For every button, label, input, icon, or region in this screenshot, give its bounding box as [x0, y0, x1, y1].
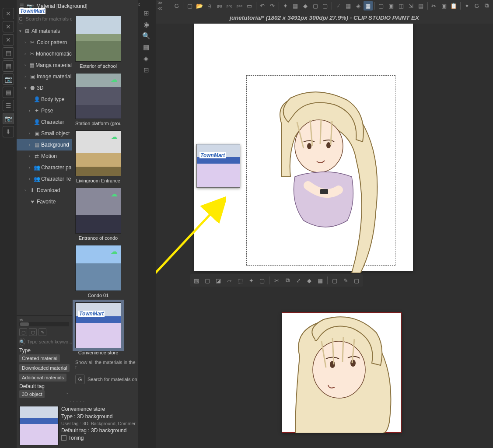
keyword-search-input[interactable] — [27, 339, 72, 344]
tree-pose[interactable]: ›✦Pose — [17, 105, 72, 116]
sel-tool-cut[interactable]: ✂ — [272, 276, 281, 285]
tool-win2[interactable]: ▣ — [387, 1, 396, 10]
tool-last[interactable]: ⧉ — [482, 1, 491, 10]
filter-icon-3[interactable]: ✎ — [38, 328, 46, 336]
tree-character[interactable]: 👤Character — [17, 116, 72, 128]
tree-all-materials[interactable]: ▾⊞All materials — [17, 25, 72, 37]
strip-icon-5[interactable]: ▦ — [3, 60, 14, 72]
sel-tool-scale[interactable]: ⤢ — [294, 276, 303, 285]
sel-tool-frame[interactable]: ▢ — [352, 276, 361, 285]
chip-additional-materials[interactable]: Additional materials — [19, 374, 66, 382]
tool-psd[interactable]: psd — [235, 1, 244, 10]
tool-jpg[interactable]: jpg — [215, 1, 224, 10]
material-card-condo-entrance[interactable]: ☁ Entrance of condo — [75, 188, 121, 241]
tree-character-te[interactable]: ›👥Character Te — [17, 173, 72, 185]
tool-snap2[interactable]: ▦ — [344, 1, 353, 10]
sel-tool-fill[interactable]: ◆ — [304, 276, 314, 285]
tree-background[interactable]: ›▤Background — [17, 139, 72, 150]
sel-tool-6[interactable]: ✦ — [246, 276, 256, 285]
tool-book[interactable]: ▭ — [245, 1, 254, 10]
strip-icon-7[interactable]: ▤ — [3, 87, 14, 98]
side-tab-1[interactable]: ⊞ — [141, 8, 151, 18]
sel-tool-7[interactable]: ▢ — [257, 276, 267, 285]
side-tab-5[interactable]: ◈ — [141, 53, 151, 64]
strip-icon-2[interactable]: ✕ — [3, 21, 14, 32]
toning-checkbox[interactable]: Toning — [61, 435, 136, 441]
strip-icon-3[interactable]: ✕ — [3, 34, 14, 46]
tree-character-pa[interactable]: ›👥Character pa — [17, 162, 72, 173]
side-tab-6[interactable]: ⊟ — [141, 65, 151, 75]
material-card-convenience-store[interactable]: Convenience store — [75, 302, 121, 355]
sel-tool-4[interactable]: ▱ — [224, 276, 234, 285]
tree-scrollbar[interactable] — [19, 322, 69, 326]
side-tab-3[interactable]: 🔍 — [141, 31, 151, 41]
tree-motion[interactable]: ›⇄Motion — [17, 150, 72, 162]
strip-icon-4[interactable]: ▤ — [3, 47, 14, 59]
tree-monochromatic[interactable]: ›✂Monochromatic — [17, 48, 72, 60]
tool-snap4[interactable]: ▦ — [364, 1, 373, 10]
tool-copy[interactable]: ▣ — [439, 1, 448, 10]
tool-new[interactable]: ▢ — [185, 1, 194, 10]
sel-tool-tone[interactable]: ▦ — [315, 276, 325, 285]
sel-tool-1[interactable]: ▧ — [192, 276, 201, 285]
tree-image-material[interactable]: ›▣Image material — [17, 71, 72, 82]
tool-scale[interactable]: ▢ — [311, 1, 320, 10]
material-card-station[interactable]: ☁ Station platform (ground le — [75, 73, 121, 126]
keyword-search-icon[interactable]: 🔍 — [19, 338, 25, 346]
resize-handle[interactable]: • • • • • — [17, 400, 138, 403]
tool-fx[interactable]: ✦ — [462, 1, 472, 10]
tree-manga-material[interactable]: ›▦Manga material — [17, 60, 72, 71]
side-tab-2[interactable]: ◉ — [141, 19, 151, 30]
sel-tool-copy[interactable]: ⧉ — [283, 276, 292, 285]
dragged-material-preview[interactable] — [196, 144, 240, 188]
tool-snap3[interactable]: ◈ — [353, 1, 363, 10]
filter-icon-2[interactable]: ▢ — [29, 328, 37, 336]
tree-download[interactable]: ›⬇Download — [17, 185, 72, 196]
chevron-down-icon[interactable]: ⌄ — [66, 390, 69, 398]
tool-print[interactable]: 🖨 — [205, 1, 214, 10]
filter-icon-1[interactable]: ▢ — [19, 328, 27, 336]
material-card-condo[interactable]: ☁ Condo 01 — [75, 245, 121, 298]
assets-search-button[interactable]: G — [18, 14, 23, 24]
tool-cut[interactable]: ✂ — [430, 1, 439, 10]
strip-icon-8[interactable]: ☰ — [3, 100, 14, 111]
strip-icon-6[interactable]: 📷 — [3, 74, 14, 85]
tool-win5[interactable]: ▤ — [416, 1, 426, 10]
tree-favorite[interactable]: ♥Favorite — [17, 196, 72, 207]
tool-png[interactable]: png — [225, 1, 234, 10]
chip-created-material[interactable]: Created material — [19, 354, 60, 362]
tool-bucket[interactable]: ◆ — [301, 1, 310, 10]
sel-tool-pen[interactable]: ✎ — [341, 276, 350, 285]
sel-tool-new[interactable]: ▢ — [330, 276, 339, 285]
chip-3d-object[interactable]: 3D object — [19, 390, 45, 398]
tree-color-pattern[interactable]: ›✂Color pattern — [17, 37, 72, 48]
strip-icon-1[interactable]: ✕ — [3, 8, 14, 19]
tool-win1[interactable]: ▢ — [377, 1, 386, 10]
tool-csp-icon[interactable]: G — [172, 1, 182, 10]
tool-win3[interactable]: ◫ — [396, 1, 406, 10]
tool-g[interactable]: G — [472, 1, 482, 10]
tool-vec[interactable]: ▢ — [321, 1, 330, 10]
sel-tool-5[interactable]: ⬚ — [235, 276, 245, 285]
tree-small-object[interactable]: ›▣Small object — [17, 128, 72, 139]
tool-open[interactable]: 📂 — [195, 1, 204, 10]
tree-body-type[interactable]: 👤Body type — [17, 94, 72, 105]
sel-tool-3[interactable]: ◪ — [213, 276, 223, 285]
tool-undo[interactable]: ↶ — [258, 1, 267, 10]
canvas-viewport[interactable]: ▧ ▢ ◪ ▱ ⬚ ✦ ▢ ✂ ⧉ ⤢ ◆ ▦ ▢ ✎ ▢ — [156, 24, 493, 448]
chip-downloaded-material[interactable]: Downloaded material — [19, 364, 70, 372]
strip-icon-10[interactable]: ⬇ — [3, 126, 14, 137]
tree-3d[interactable]: ▾⬣3D — [17, 82, 72, 94]
sel-tool-2[interactable]: ▢ — [203, 276, 212, 285]
material-card-school[interactable]: Exterior of school — [75, 16, 121, 69]
side-tab-4[interactable]: ▦ — [141, 42, 151, 52]
tool-snap1[interactable]: ⟋ — [334, 1, 343, 10]
tool-win4[interactable]: ⇲ — [406, 1, 416, 10]
tool-redo[interactable]: ↷ — [268, 1, 277, 10]
assets-search-input[interactable] — [25, 16, 72, 21]
tool-clear[interactable]: ✦ — [281, 1, 290, 10]
tool-fill[interactable]: ▦ — [291, 1, 300, 10]
strip-icon-material[interactable]: 📷 — [3, 113, 14, 124]
assets-search-footer[interactable]: Search for materials on — [87, 377, 137, 382]
tool-paste[interactable]: 📋 — [449, 1, 458, 10]
